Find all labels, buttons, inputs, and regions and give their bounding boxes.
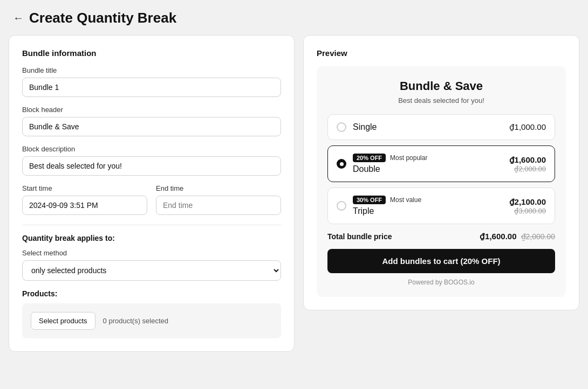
main-content: Bundle information Bundle title Block he… (0, 35, 588, 360)
end-time-input[interactable] (156, 196, 281, 215)
preview-title: Preview (317, 48, 566, 58)
end-time-label: End time (156, 184, 281, 192)
bundle-info-title: Bundle information (22, 48, 281, 58)
back-button[interactable]: ← (13, 12, 24, 24)
radio-triple[interactable] (337, 201, 346, 211)
option-badges-triple: 30% OFF Most value (353, 196, 503, 204)
products-selector: Select products 0 product(s) selected (22, 303, 281, 338)
bundle-option-triple[interactable]: 30% OFF Most value Triple ₫2,100.00 ₫3,0… (327, 187, 555, 224)
products-count: 0 product(s) selected (103, 317, 168, 325)
total-original: ₫2,000.00 (521, 232, 556, 241)
price-original-triple: ₫3,000.00 (514, 207, 546, 215)
block-description-group: Block description (22, 145, 281, 176)
total-prices: ₫1,600.00 ₫2,000.00 (480, 232, 555, 241)
price-current-triple: ₫2,100.00 (509, 197, 546, 207)
price-original-double: ₫2,000.00 (514, 165, 546, 173)
option-info-triple: 30% OFF Most value Triple (353, 196, 503, 216)
bundle-title-group: Bundle title (22, 66, 281, 97)
badge-value-triple: Most value (390, 196, 421, 204)
total-label: Total bundle price (327, 232, 392, 241)
preview-card: Bundle & Save Best deals selected for yo… (317, 66, 566, 297)
select-products-button[interactable]: Select products (31, 312, 95, 330)
badge-popular-double: Most popular (390, 154, 427, 162)
block-description-input[interactable] (22, 156, 281, 176)
option-info-double: 20% OFF Most popular Double (353, 154, 503, 174)
bundle-title-input[interactable] (22, 78, 281, 97)
time-row: Start time End time (22, 184, 281, 215)
start-time-field: Start time (22, 184, 147, 215)
right-panel: Preview Bundle & Save Best deals selecte… (303, 35, 579, 310)
option-badges-double: 20% OFF Most popular (353, 154, 503, 162)
powered-by: Powered by BOGOS.io (327, 279, 555, 286)
bundle-option-single[interactable]: Single ₫1,000.00 (327, 114, 555, 140)
option-name-triple: Triple (353, 206, 503, 216)
block-header-label: Block header (22, 106, 281, 114)
price-single: ₫1,000.00 (509, 122, 546, 132)
block-description-label: Block description (22, 145, 281, 153)
preview-subheading: Best deals selected for you! (327, 96, 555, 105)
option-prices-single: ₫1,000.00 (509, 122, 546, 132)
bundle-option-double[interactable]: 20% OFF Most popular Double ₫1,600.00 ₫2… (327, 145, 555, 182)
add-to-cart-button[interactable]: Add bundles to cart (20% OFF) (327, 249, 555, 273)
block-header-input[interactable] (22, 117, 281, 136)
applies-to-title: Quantity break applies to: (22, 234, 281, 242)
select-method-dropdown[interactable]: only selected products all products spec… (22, 260, 281, 281)
option-name-single: Single (353, 122, 503, 132)
bundle-title-label: Bundle title (22, 66, 281, 74)
divider (22, 225, 281, 225)
preview-heading: Bundle & Save (327, 79, 555, 93)
select-method-group: Select method only selected products all… (22, 249, 281, 281)
block-header-group: Block header (22, 106, 281, 136)
page-title: Create Quantity Break (29, 10, 176, 26)
left-panel: Bundle information Bundle title Block he… (9, 35, 295, 352)
page-header: ← Create Quantity Break (0, 0, 588, 35)
option-info-single: Single (353, 122, 503, 132)
radio-double[interactable] (337, 159, 346, 169)
badge-off-triple: 30% OFF (353, 196, 386, 204)
total-row: Total bundle price ₫1,600.00 ₫2,000.00 (327, 232, 555, 241)
option-name-double: Double (353, 164, 503, 174)
price-current-double: ₫1,600.00 (509, 155, 546, 165)
start-time-input[interactable] (22, 196, 147, 215)
radio-single[interactable] (337, 122, 346, 132)
option-prices-double: ₫1,600.00 ₫2,000.00 (509, 155, 546, 173)
start-time-label: Start time (22, 184, 147, 192)
products-label: Products: (22, 289, 281, 298)
select-method-label: Select method (22, 249, 281, 257)
total-current: ₫1,600.00 (480, 232, 516, 241)
end-time-field: End time (156, 184, 281, 215)
option-prices-triple: ₫2,100.00 ₫3,000.00 (509, 197, 546, 215)
badge-off-double: 20% OFF (353, 154, 386, 162)
